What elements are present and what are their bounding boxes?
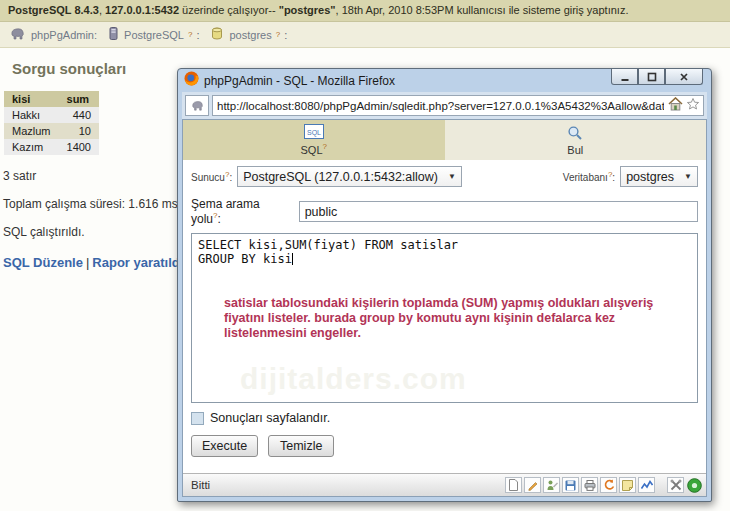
login-user: "postgres" — [279, 4, 336, 16]
server-select-value: PostgreSQL (127.0.0.1:5432:allow) — [243, 170, 438, 184]
server-row: Sunucu?: PostgreSQL (127.0.0.1:5432:allo… — [183, 160, 706, 191]
window-controls — [611, 69, 703, 85]
sql-query-text[interactable]: SELECT kisi,SUM(fiyat) FROM satislar GRO… — [192, 234, 697, 270]
annotation-note: satislar tablosundaki kişilerin toplamda… — [224, 296, 676, 341]
report-link[interactable]: Rapor yaratıldı. — [92, 255, 187, 270]
database-select[interactable]: postgres ▼ — [620, 166, 698, 187]
database-help-link[interactable]: ? — [276, 30, 280, 39]
table-row: Kazım 1400 — [4, 139, 99, 155]
undo-arrow-icon[interactable] — [600, 477, 617, 493]
col-header-sum: sum — [59, 91, 99, 107]
bookmark-star-icon[interactable] — [686, 97, 700, 115]
database-select-value: postgres — [626, 170, 674, 184]
browser-content: SQL SQL? Bul Sunucu?: PostgreSQL (127.0.… — [182, 119, 707, 497]
home-icon[interactable] — [668, 97, 683, 115]
phppgadmin-elephant-icon — [10, 27, 25, 42]
breadcrumb-app[interactable]: phpPgAdmin: — [31, 29, 97, 41]
clear-button[interactable]: Temizle — [268, 435, 334, 457]
chevron-down-icon: ▼ — [448, 172, 456, 181]
edit-sql-link[interactable]: SQL Düzenle — [3, 255, 83, 270]
compose-page-icon[interactable] — [543, 477, 560, 493]
tab-sql[interactable]: SQL SQL? — [183, 120, 445, 160]
live-graph-icon[interactable] — [638, 477, 655, 493]
tab-find-label: Bul — [567, 144, 583, 156]
results-table: kisi sum Hakkı 440 Mazlum 10 Kazım 1400 — [4, 91, 99, 155]
sql-tab-icon: SQL — [304, 124, 324, 141]
status-ok-icon[interactable] — [686, 477, 702, 493]
database-label: Veritabanı?: — [563, 170, 615, 183]
tab-find[interactable]: Bul — [445, 120, 707, 160]
breadcrumb-server[interactable]: PostgreSQL — [124, 29, 184, 41]
schema-path-input[interactable] — [299, 201, 698, 222]
watermark: dijitalders.com — [240, 362, 467, 396]
close-button[interactable] — [665, 69, 703, 85]
firefox-window: phpPgAdmin - SQL - Mozilla Firefox — [177, 68, 712, 502]
breadcrumb: phpPgAdmin: PostgreSQL?: postgres?: — [0, 22, 730, 48]
server-info-bar: PostgreSQL 8.4.3, 127.0.0.1:5432 üzerind… — [0, 0, 730, 22]
save-disk-icon[interactable] — [562, 477, 579, 493]
sql-editor[interactable]: SELECT kisi,SUM(fiyat) FROM satislar GRO… — [191, 233, 698, 403]
col-header-kisi: kisi — [4, 91, 59, 107]
window-titlebar[interactable]: phpPgAdmin - SQL - Mozilla Firefox — [178, 69, 711, 92]
minimize-button[interactable] — [611, 69, 638, 85]
status-bar: Bitti — [183, 473, 706, 496]
server-label: Sunucu?: — [191, 170, 232, 183]
edit-pencil-icon[interactable] — [524, 477, 541, 493]
paginate-checkbox[interactable] — [191, 412, 204, 425]
firefox-icon — [184, 71, 199, 90]
paginate-row: Sonuçları sayfalandır. — [183, 403, 706, 427]
tab-sql-label: SQL? — [301, 142, 327, 156]
favicon — [185, 95, 209, 116]
maximize-button[interactable] — [638, 69, 665, 85]
execute-button[interactable]: Execute — [191, 435, 258, 457]
status-bar-icons — [505, 477, 702, 493]
mode-tabs: SQL SQL? Bul — [183, 120, 706, 160]
chevron-down-icon: ▼ — [684, 172, 692, 181]
search-icon — [567, 125, 583, 143]
table-header-row: kisi sum — [4, 91, 99, 107]
url-field-wrap — [212, 95, 704, 116]
button-row: Execute Temizle — [183, 427, 706, 465]
table-row: Mazlum 10 — [4, 123, 99, 139]
url-input[interactable] — [213, 100, 668, 112]
database-icon — [211, 27, 223, 42]
new-document-icon[interactable] — [505, 477, 522, 493]
server-icon — [109, 27, 118, 42]
location-bar — [182, 92, 707, 119]
schema-label: Şema arama yolu?: — [191, 197, 293, 226]
svg-text:SQL: SQL — [307, 129, 321, 137]
server-version: PostgreSQL 8.4.3 — [8, 4, 99, 16]
server-address: 127.0.0.1:5432 — [105, 4, 179, 16]
server-select[interactable]: PostgreSQL (127.0.0.1:5432:allow) ▼ — [237, 166, 462, 187]
breadcrumb-database[interactable]: postgres — [229, 29, 271, 41]
window-title: phpPgAdmin - SQL - Mozilla Firefox — [204, 74, 395, 88]
tools-wrench-icon[interactable] — [667, 477, 684, 493]
paginate-label: Sonuçları sayfalandır. — [210, 411, 330, 425]
sql-help-link[interactable]: ? — [323, 142, 327, 151]
server-help-link[interactable]: ? — [188, 30, 192, 39]
sticky-note-icon[interactable] — [619, 477, 636, 493]
status-bar-text: Bitti — [191, 479, 210, 491]
table-row: Hakkı 440 — [4, 107, 99, 123]
schema-row: Şema arama yolu?: — [183, 191, 706, 230]
desktop: PostgreSQL 8.4.3, 127.0.0.1:5432 üzerind… — [0, 0, 730, 511]
printer-icon[interactable] — [581, 477, 598, 493]
